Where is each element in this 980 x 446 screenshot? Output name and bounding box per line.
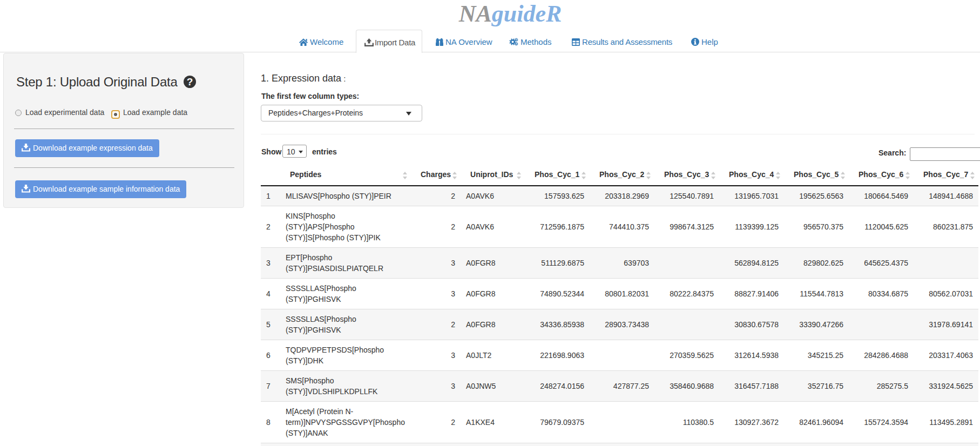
svg-text:?: ? <box>187 76 193 87</box>
